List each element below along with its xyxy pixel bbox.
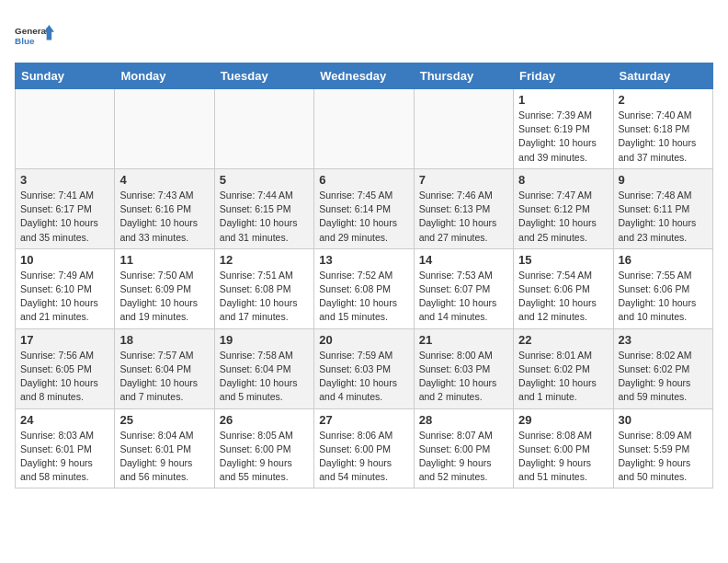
logo: General Blue — [15, 15, 125, 55]
day-cell: 13Sunrise: 7:52 AM Sunset: 6:08 PM Dayli… — [314, 248, 414, 328]
day-number: 2 — [619, 93, 708, 107]
day-info: Sunrise: 8:06 AM Sunset: 6:00 PM Dayligh… — [319, 429, 408, 485]
day-cell: 25Sunrise: 8:04 AM Sunset: 6:01 PM Dayli… — [115, 408, 214, 488]
day-number: 26 — [220, 413, 309, 427]
day-cell — [314, 89, 414, 169]
day-cell: 15Sunrise: 7:54 AM Sunset: 6:06 PM Dayli… — [514, 248, 613, 328]
day-header-friday: Friday — [514, 63, 613, 89]
day-info: Sunrise: 7:48 AM Sunset: 6:11 PM Dayligh… — [619, 189, 708, 245]
day-cell — [414, 89, 513, 169]
day-info: Sunrise: 8:02 AM Sunset: 6:02 PM Dayligh… — [619, 349, 708, 405]
day-number: 1 — [518, 93, 608, 107]
day-header-thursday: Thursday — [414, 63, 513, 89]
day-number: 20 — [319, 333, 408, 347]
day-number: 10 — [20, 253, 109, 267]
day-cell: 3Sunrise: 7:41 AM Sunset: 6:17 PM Daylig… — [16, 168, 115, 248]
day-info: Sunrise: 7:41 AM Sunset: 6:17 PM Dayligh… — [20, 189, 109, 245]
day-number: 24 — [20, 413, 109, 427]
day-cell: 14Sunrise: 7:53 AM Sunset: 6:07 PM Dayli… — [414, 248, 513, 328]
day-info: Sunrise: 7:46 AM Sunset: 6:13 PM Dayligh… — [419, 189, 508, 245]
day-info: Sunrise: 8:01 AM Sunset: 6:02 PM Dayligh… — [518, 349, 608, 405]
week-row-4: 17Sunrise: 7:56 AM Sunset: 6:05 PM Dayli… — [16, 328, 713, 408]
day-cell: 12Sunrise: 7:51 AM Sunset: 6:08 PM Dayli… — [214, 248, 313, 328]
day-cell: 26Sunrise: 8:05 AM Sunset: 6:00 PM Dayli… — [214, 408, 313, 488]
day-info: Sunrise: 8:04 AM Sunset: 6:01 PM Dayligh… — [119, 429, 209, 485]
day-info: Sunrise: 8:07 AM Sunset: 6:00 PM Dayligh… — [419, 429, 508, 485]
header: General Blue — [15, 15, 713, 55]
day-info: Sunrise: 8:09 AM Sunset: 5:59 PM Dayligh… — [619, 429, 708, 485]
day-info: Sunrise: 7:59 AM Sunset: 6:03 PM Dayligh… — [319, 349, 408, 405]
day-cell: 6Sunrise: 7:45 AM Sunset: 6:14 PM Daylig… — [314, 168, 414, 248]
day-info: Sunrise: 7:58 AM Sunset: 6:04 PM Dayligh… — [220, 349, 309, 405]
day-info: Sunrise: 7:40 AM Sunset: 6:18 PM Dayligh… — [619, 109, 708, 165]
day-number: 14 — [419, 253, 508, 267]
calendar-table: SundayMondayTuesdayWednesdayThursdayFrid… — [15, 63, 713, 488]
day-cell: 30Sunrise: 8:09 AM Sunset: 5:59 PM Dayli… — [613, 408, 712, 488]
day-info: Sunrise: 7:51 AM Sunset: 6:08 PM Dayligh… — [220, 269, 309, 325]
day-number: 22 — [518, 333, 608, 347]
day-info: Sunrise: 8:05 AM Sunset: 6:00 PM Dayligh… — [220, 429, 309, 485]
day-cell: 10Sunrise: 7:49 AM Sunset: 6:10 PM Dayli… — [16, 248, 115, 328]
day-number: 4 — [119, 173, 209, 187]
day-number: 23 — [619, 333, 708, 347]
day-number: 6 — [319, 173, 408, 187]
day-cell: 19Sunrise: 7:58 AM Sunset: 6:04 PM Dayli… — [214, 328, 313, 408]
svg-text:General: General — [15, 26, 49, 36]
day-cell: 5Sunrise: 7:44 AM Sunset: 6:15 PM Daylig… — [214, 168, 313, 248]
day-number: 9 — [619, 173, 708, 187]
svg-text:Blue: Blue — [15, 36, 35, 46]
day-info: Sunrise: 7:56 AM Sunset: 6:05 PM Dayligh… — [20, 349, 109, 405]
day-number: 19 — [220, 333, 309, 347]
day-number: 5 — [220, 173, 309, 187]
day-cell: 18Sunrise: 7:57 AM Sunset: 6:04 PM Dayli… — [115, 328, 214, 408]
week-row-3: 10Sunrise: 7:49 AM Sunset: 6:10 PM Dayli… — [16, 248, 713, 328]
day-number: 28 — [419, 413, 508, 427]
day-cell: 7Sunrise: 7:46 AM Sunset: 6:13 PM Daylig… — [414, 168, 513, 248]
day-cell: 27Sunrise: 8:06 AM Sunset: 6:00 PM Dayli… — [314, 408, 414, 488]
day-number: 11 — [119, 253, 209, 267]
day-number: 25 — [119, 413, 209, 427]
day-cell: 11Sunrise: 7:50 AM Sunset: 6:09 PM Dayli… — [115, 248, 214, 328]
day-number: 16 — [619, 253, 708, 267]
day-info: Sunrise: 7:45 AM Sunset: 6:14 PM Dayligh… — [319, 189, 408, 245]
day-cell: 1Sunrise: 7:39 AM Sunset: 6:19 PM Daylig… — [514, 89, 613, 169]
day-number: 7 — [419, 173, 508, 187]
day-number: 3 — [20, 173, 109, 187]
day-header-tuesday: Tuesday — [214, 63, 313, 89]
day-info: Sunrise: 7:43 AM Sunset: 6:16 PM Dayligh… — [119, 189, 209, 245]
day-number: 15 — [518, 253, 608, 267]
day-info: Sunrise: 7:54 AM Sunset: 6:06 PM Dayligh… — [518, 269, 608, 325]
day-cell — [16, 89, 115, 169]
day-info: Sunrise: 8:00 AM Sunset: 6:03 PM Dayligh… — [419, 349, 508, 405]
day-info: Sunrise: 7:39 AM Sunset: 6:19 PM Dayligh… — [518, 109, 608, 165]
day-header-sunday: Sunday — [16, 63, 115, 89]
day-cell: 9Sunrise: 7:48 AM Sunset: 6:11 PM Daylig… — [613, 168, 712, 248]
day-number: 12 — [220, 253, 309, 267]
day-info: Sunrise: 7:49 AM Sunset: 6:10 PM Dayligh… — [20, 269, 109, 325]
day-cell — [115, 89, 214, 169]
week-row-1: 1Sunrise: 7:39 AM Sunset: 6:19 PM Daylig… — [16, 89, 713, 169]
day-cell: 23Sunrise: 8:02 AM Sunset: 6:02 PM Dayli… — [613, 328, 712, 408]
day-cell: 17Sunrise: 7:56 AM Sunset: 6:05 PM Dayli… — [16, 328, 115, 408]
day-cell: 20Sunrise: 7:59 AM Sunset: 6:03 PM Dayli… — [314, 328, 414, 408]
logo-svg: General Blue — [15, 15, 55, 55]
day-cell: 22Sunrise: 8:01 AM Sunset: 6:02 PM Dayli… — [514, 328, 613, 408]
day-cell: 4Sunrise: 7:43 AM Sunset: 6:16 PM Daylig… — [115, 168, 214, 248]
day-number: 27 — [319, 413, 408, 427]
day-number: 29 — [518, 413, 608, 427]
day-info: Sunrise: 8:03 AM Sunset: 6:01 PM Dayligh… — [20, 429, 109, 485]
day-cell: 21Sunrise: 8:00 AM Sunset: 6:03 PM Dayli… — [414, 328, 513, 408]
day-header-wednesday: Wednesday — [314, 63, 414, 89]
day-info: Sunrise: 7:50 AM Sunset: 6:09 PM Dayligh… — [119, 269, 209, 325]
day-cell: 2Sunrise: 7:40 AM Sunset: 6:18 PM Daylig… — [613, 89, 712, 169]
day-cell: 24Sunrise: 8:03 AM Sunset: 6:01 PM Dayli… — [16, 408, 115, 488]
day-info: Sunrise: 7:52 AM Sunset: 6:08 PM Dayligh… — [319, 269, 408, 325]
day-cell: 8Sunrise: 7:47 AM Sunset: 6:12 PM Daylig… — [514, 168, 613, 248]
day-cell: 29Sunrise: 8:08 AM Sunset: 6:00 PM Dayli… — [514, 408, 613, 488]
day-cell: 28Sunrise: 8:07 AM Sunset: 6:00 PM Dayli… — [414, 408, 513, 488]
day-cell: 16Sunrise: 7:55 AM Sunset: 6:06 PM Dayli… — [613, 248, 712, 328]
day-number: 18 — [119, 333, 209, 347]
day-info: Sunrise: 7:55 AM Sunset: 6:06 PM Dayligh… — [619, 269, 708, 325]
header-row: SundayMondayTuesdayWednesdayThursdayFrid… — [16, 63, 713, 89]
day-info: Sunrise: 7:57 AM Sunset: 6:04 PM Dayligh… — [119, 349, 209, 405]
